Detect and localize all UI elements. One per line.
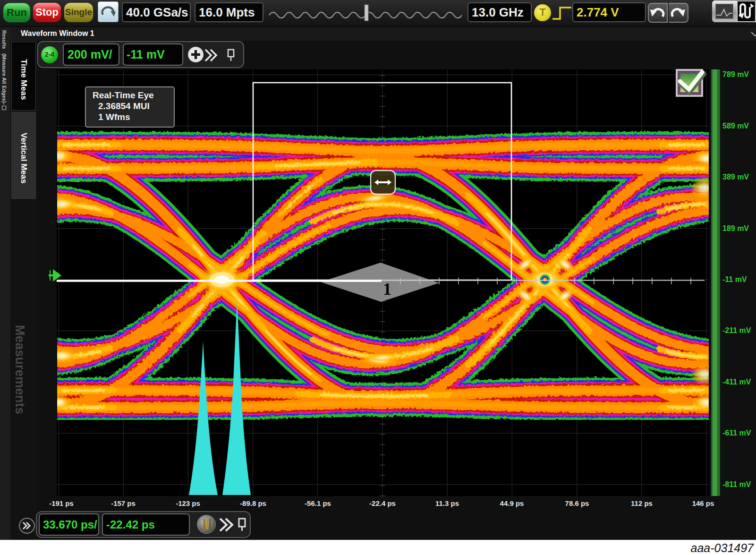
svg-text:1: 1	[383, 280, 391, 299]
